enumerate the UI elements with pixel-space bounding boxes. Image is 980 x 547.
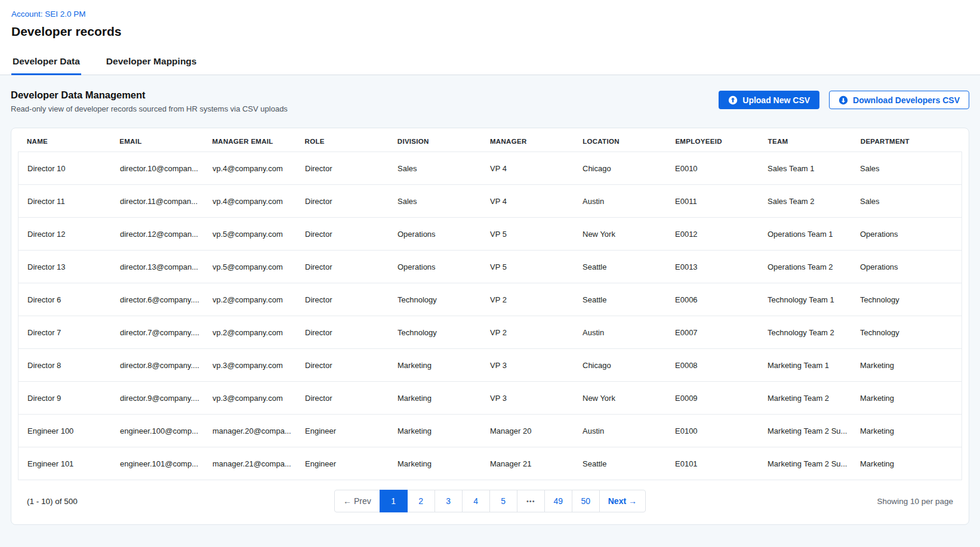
table-cell: E0006 [675, 295, 768, 304]
table-cell: Marketing Team 2 [768, 394, 860, 403]
table-cell: Director [305, 230, 397, 239]
table-cell: Director 11 [27, 197, 120, 206]
page-button-1[interactable]: 1 [380, 490, 408, 512]
column-header: NAME [27, 138, 119, 145]
prev-page-button[interactable]: ← Prev [334, 490, 380, 512]
table-cell: E0008 [675, 361, 768, 370]
table-cell: Operations [860, 262, 953, 271]
table-cell: vp.4@company.com [212, 164, 305, 173]
table-cell: Marketing Team 1 [768, 361, 860, 370]
table-row: Director 8director.8@company....vp.3@com… [18, 348, 962, 382]
tab-developer-mappings[interactable]: Developer Mappings [105, 50, 198, 75]
upload-icon [728, 95, 738, 105]
table-cell: Director [305, 164, 397, 173]
next-page-button[interactable]: Next → [599, 490, 646, 512]
column-header: DEPARTMENT [861, 138, 953, 145]
table-cell: Chicago [583, 361, 675, 370]
table-cell: Marketing [397, 394, 490, 403]
table-cell: vp.3@company.com [212, 394, 305, 403]
per-page-text: Showing 10 per page [646, 497, 953, 506]
table-cell: E0009 [675, 394, 768, 403]
table-cell: director.8@company.... [120, 361, 212, 370]
section-header: Developer Data Management Read-only view… [11, 89, 969, 113]
table-cell: E0011 [675, 197, 768, 206]
table-cell: Director 8 [27, 361, 120, 370]
table-row: Director 11director.11@compan...vp.4@com… [18, 184, 962, 218]
table-cell: Operations [397, 230, 490, 239]
page-button-49[interactable]: 49 [544, 490, 572, 512]
download-csv-button[interactable]: Download Developers CSV [829, 91, 969, 109]
table-cell: vp.5@company.com [212, 230, 305, 239]
table-cell: VP 4 [490, 197, 583, 206]
table-cell: Chicago [583, 164, 675, 173]
page-ellipsis: ••• [517, 490, 545, 512]
section-titles: Developer Data Management Read-only view… [11, 89, 288, 113]
table-cell: E0100 [675, 427, 768, 435]
table-cell: E0007 [675, 328, 768, 337]
table-cell: director.13@compan... [120, 262, 212, 271]
table-cell: engineer.101@comp... [120, 459, 212, 468]
table-cell: director.9@company.... [120, 394, 212, 403]
table-row: Director 12director.12@compan...vp.5@com… [18, 217, 962, 251]
table-cell: vp.2@company.com [212, 295, 305, 304]
table-cell: New York [583, 394, 675, 403]
account-link[interactable]: Account: SEI 2.0 PM [11, 10, 86, 18]
table-cell: VP 2 [490, 295, 583, 304]
tab-developer-data[interactable]: Developer Data [11, 50, 81, 75]
table-cell: Operations [860, 230, 953, 239]
column-header: LOCATION [583, 138, 675, 145]
table-row: Director 9director.9@company....vp.3@com… [18, 381, 962, 415]
upload-csv-button[interactable]: Upload New CSV [719, 91, 819, 109]
column-header: ROLE [305, 138, 397, 145]
table-row: Director 7director.7@company....vp.2@com… [18, 316, 962, 349]
table-cell: Marketing [860, 459, 953, 468]
table-cell: Marketing [397, 459, 490, 468]
table-cell: Marketing Team 2 Su... [768, 459, 860, 468]
table-body: Director 10director.10@compan...vp.4@com… [11, 152, 969, 480]
table-cell: Director [305, 328, 397, 337]
page-header: Account: SEI 2.0 PM Developer records [0, 0, 980, 39]
page-button-3[interactable]: 3 [434, 490, 463, 512]
table-cell: Austin [583, 197, 675, 206]
table-footer: (1 - 10) of 500 ← Prev12345•••4950Next →… [11, 480, 969, 524]
column-header: EMPLOYEEID [675, 138, 768, 145]
table-cell: Director 6 [27, 295, 120, 304]
table-cell: Austin [583, 328, 675, 337]
table-cell: director.6@company.... [120, 295, 212, 304]
table-cell: E0012 [675, 230, 768, 239]
table-cell: vp.2@company.com [212, 328, 305, 337]
table-cell: Engineer 101 [27, 459, 120, 468]
table-cell: Seattle [583, 459, 675, 468]
table-cell: VP 2 [490, 328, 583, 337]
table-cell: Sales [860, 197, 953, 206]
table-cell: E0010 [675, 164, 768, 173]
table-header-row: NAMEEMAILMANAGER EMAILROLEDIVISIONMANAGE… [11, 128, 969, 152]
table-cell: manager.21@compa... [212, 459, 305, 468]
table-cell: Sales Team 2 [768, 197, 860, 206]
table-cell: Director 9 [27, 394, 120, 403]
table-cell: Seattle [583, 295, 675, 304]
column-header: DIVISION [397, 138, 490, 145]
table-row: Director 13director.13@compan...vp.5@com… [18, 250, 962, 283]
table-cell: Engineer [305, 427, 397, 435]
table-cell: manager.20@compa... [212, 427, 305, 435]
column-header: MANAGER EMAIL [212, 138, 304, 145]
page-button-5[interactable]: 5 [489, 490, 517, 512]
table-cell: vp.4@company.com [212, 197, 305, 206]
table-cell: Director [305, 262, 397, 271]
table-cell: vp.5@company.com [212, 262, 305, 271]
upload-csv-label: Upload New CSV [742, 95, 810, 105]
page-title: Developer records [11, 24, 969, 39]
page-button-50[interactable]: 50 [572, 490, 600, 512]
tabs: Developer DataDeveloper Mappings [0, 50, 980, 75]
table-cell: Seattle [583, 262, 675, 271]
table-cell: director.12@compan... [120, 230, 212, 239]
page-button-2[interactable]: 2 [407, 490, 435, 512]
page-button-4[interactable]: 4 [462, 490, 490, 512]
column-header: TEAM [768, 138, 861, 145]
table-cell: Marketing [397, 427, 490, 435]
table-cell: Manager 20 [490, 427, 583, 435]
table-cell: director.11@compan... [120, 197, 212, 206]
content-section: Developer Data Management Read-only view… [0, 75, 980, 547]
pagination: ← Prev12345•••4950Next → [334, 490, 646, 512]
